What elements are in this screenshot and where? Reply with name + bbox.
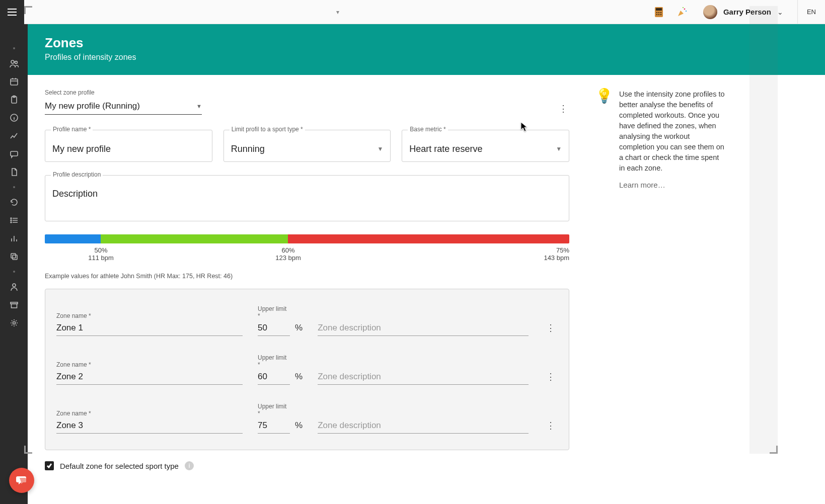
zone-name-field[interactable]: Zone name *Zone 1 <box>56 312 243 336</box>
svg-point-11 <box>11 60 14 63</box>
zone-upper-limit-value: 60 <box>258 370 290 385</box>
zone-upper-limit-label: Upper limit * <box>258 403 290 417</box>
svg-point-20 <box>11 222 12 223</box>
tick-percent: 60% <box>275 246 301 254</box>
svg-rect-17 <box>11 151 18 156</box>
trend-icon <box>10 131 19 140</box>
collapse-filter-icon[interactable]: ▾ <box>336 9 339 16</box>
zone-bar-example-note: Example values for athlete John Smith (H… <box>45 273 569 280</box>
sidebar-item-athletes[interactable] <box>0 56 28 70</box>
hamburger-menu-button[interactable] <box>0 0 24 24</box>
info-icon: i <box>189 462 190 469</box>
svg-point-5 <box>656 14 657 15</box>
zone-name-value: Zone 3 <box>56 419 243 434</box>
sidebar-divider-dot <box>13 47 15 49</box>
sidebar-item-refresh[interactable] <box>0 195 28 209</box>
profile-more-button[interactable]: ⋮ <box>557 103 569 115</box>
zone-bar-segment <box>101 234 288 243</box>
content-wrap: Select zone profile My new profile (Runn… <box>28 75 825 490</box>
confetti-icon[interactable] <box>675 5 689 19</box>
sport-type-value: Running <box>231 144 265 154</box>
sidebar-item-profile[interactable] <box>0 280 28 294</box>
chat-icon <box>10 149 19 158</box>
svg-point-19 <box>11 220 12 221</box>
zone-name-field[interactable]: Zone name *Zone 3 <box>56 410 243 434</box>
document-icon <box>10 167 19 177</box>
lightbulb-icon: 💡 <box>595 89 613 189</box>
zone-upper-limit-field[interactable]: Upper limit *60 <box>258 354 290 385</box>
main-content: Zones Profiles of intensity zones Select… <box>28 24 825 504</box>
sport-type-label: Limit profil to a sport type * <box>230 126 305 133</box>
select-zone-profile[interactable]: Select zone profile My new profile (Runn… <box>45 89 202 115</box>
more-vert-icon: ⋮ <box>545 419 557 432</box>
zone-row-more-button[interactable]: ⋮ <box>544 371 558 385</box>
zone-upper-limit-label: Upper limit * <box>258 305 290 319</box>
sidebar-item-clipboard[interactable] <box>0 93 28 107</box>
zone-upper-limit-field[interactable]: Upper limit *50 <box>258 305 290 336</box>
tick-bpm: 123 bpm <box>275 254 301 262</box>
zone-row-more-button[interactable]: ⋮ <box>544 322 558 336</box>
zone-row: Zone name *Zone 1Upper limit *50% Zone d… <box>56 298 558 347</box>
zone-description-field[interactable]: Zone description <box>318 361 529 385</box>
svg-rect-22 <box>13 255 17 260</box>
zone-description-label <box>318 312 529 319</box>
zone-bar-ticks: 50%111 bpm60%123 bpm75%143 bpm <box>45 246 569 269</box>
zone-row-more-button[interactable]: ⋮ <box>544 419 558 434</box>
percent-sign: % <box>295 323 303 336</box>
sidebar-item-list[interactable] <box>0 213 28 227</box>
sidebar-divider-dot <box>13 271 15 273</box>
zone-description-field[interactable]: Zone description <box>318 410 529 434</box>
sidebar-item-analytics[interactable] <box>0 231 28 245</box>
chat-fab-button[interactable] <box>9 468 34 493</box>
sport-type-field[interactable]: Limit profil to a sport type * Running ▼ <box>223 130 391 162</box>
sidebar-item-trends[interactable] <box>0 129 28 143</box>
sidebar-item-archive[interactable] <box>0 298 28 312</box>
profile-description-label: Profile description <box>51 171 103 178</box>
profile-name-value: My new profile <box>52 144 111 154</box>
confetti-glyph <box>676 6 688 18</box>
tick-percent: 75% <box>544 246 569 254</box>
svg-point-26 <box>13 322 15 324</box>
archive-icon <box>10 300 19 309</box>
zone-upper-limit-label: Upper limit * <box>258 354 290 368</box>
svg-point-23 <box>13 284 16 287</box>
refresh-icon <box>10 198 19 207</box>
svg-point-3 <box>658 12 659 13</box>
sidebar-item-info[interactable] <box>0 111 28 125</box>
sidebar-item-document[interactable] <box>0 165 28 179</box>
bars-icon <box>10 234 19 243</box>
profile-name-field[interactable]: Profile name * My new profile <box>45 130 212 162</box>
default-zone-checkbox[interactable] <box>45 461 54 470</box>
base-metric-label: Base metric * <box>408 126 447 133</box>
default-zone-info-button[interactable]: i <box>185 461 194 470</box>
copy-icon <box>10 252 19 261</box>
zone-description-field[interactable]: Zone description <box>318 312 529 336</box>
zone-name-label: Zone name * <box>56 312 243 319</box>
zone-name-field[interactable]: Zone name *Zone 2 <box>56 361 243 385</box>
svg-point-9 <box>686 10 687 11</box>
sidebar-item-settings[interactable] <box>0 316 28 330</box>
sidebar-item-copy[interactable] <box>0 249 28 264</box>
sidebar-item-chat[interactable] <box>0 147 28 161</box>
base-metric-field[interactable]: Base metric * Heart rate reserve ▼ <box>402 130 569 162</box>
user-menu[interactable]: Garry Person ⌄ <box>698 0 788 24</box>
zone-upper-limit-field[interactable]: Upper limit *75 <box>258 403 290 434</box>
profile-description-field[interactable]: Profile description Description <box>45 175 569 221</box>
sidebar-item-calendar[interactable] <box>0 74 28 89</box>
zone-description-label <box>318 361 529 368</box>
language-switcher[interactable]: EN <box>797 0 825 24</box>
zone-bar <box>45 234 569 243</box>
base-metric-value: Heart rate reserve <box>409 144 482 154</box>
svg-rect-25 <box>11 304 17 308</box>
page-header: Zones Profiles of intensity zones <box>28 24 825 75</box>
language-label: EN <box>807 8 816 16</box>
profile-fields-row: Profile name * My new profile Limit prof… <box>45 130 569 162</box>
form-column: Select zone profile My new profile (Runn… <box>28 75 586 490</box>
learn-more-link[interactable]: Learn more… <box>619 181 726 189</box>
zone-name-value: Zone 1 <box>56 321 243 336</box>
people-icon <box>10 59 19 68</box>
zone-bar-segment <box>288 234 569 243</box>
calculator-icon[interactable] <box>652 5 666 19</box>
default-zone-row: Default zone for selected sport type i <box>45 461 569 470</box>
svg-rect-13 <box>11 79 18 85</box>
